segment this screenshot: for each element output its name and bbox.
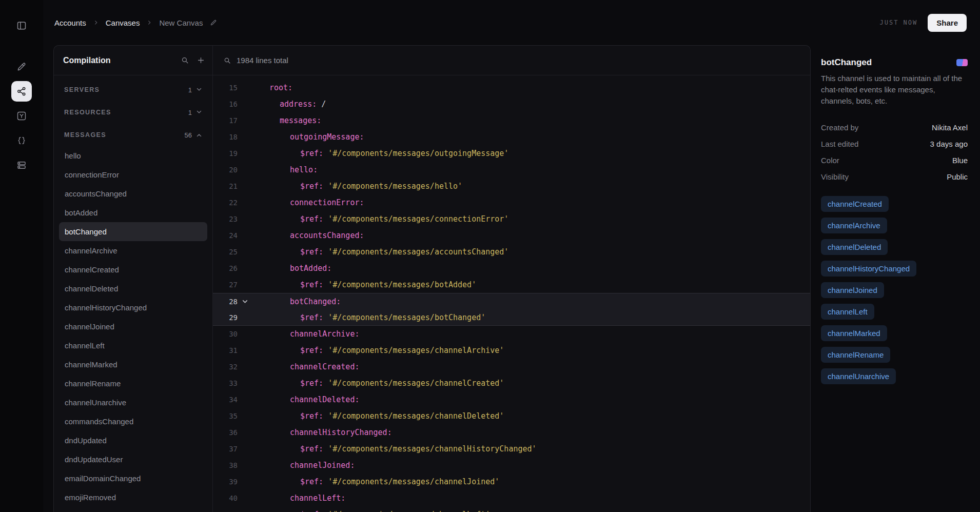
- code-line[interactable]: 40channelLeft:: [213, 490, 810, 506]
- message-item[interactable]: channelArchive: [59, 241, 207, 260]
- section-resources[interactable]: RESOURCES1: [59, 101, 207, 124]
- breadcrumb-accounts[interactable]: Accounts: [54, 18, 86, 27]
- code-line[interactable]: 34channelDeleted:: [213, 391, 810, 408]
- add-icon[interactable]: [197, 56, 205, 65]
- content-row: Compilation 1984 lines total: [43, 45, 980, 512]
- code-line[interactable]: 32channelCreated:: [213, 359, 810, 375]
- braces-icon[interactable]: [11, 130, 32, 151]
- code-line[interactable]: 33$ref: '#/components/messages/channelCr…: [213, 375, 810, 391]
- breadcrumb-canvases[interactable]: Canvases: [106, 18, 140, 27]
- code-text: $ref: '#/components/messages/channelDele…: [252, 411, 504, 421]
- panel-icon[interactable]: [11, 15, 32, 36]
- code-line[interactable]: 16address: /: [213, 96, 810, 112]
- meta-label: Created by: [821, 123, 858, 132]
- message-item[interactable]: botChanged: [59, 222, 207, 241]
- related-message-tag[interactable]: channelRename: [821, 347, 890, 363]
- details-title: botChanged: [821, 57, 872, 68]
- related-message-tag[interactable]: channelJoined: [821, 282, 884, 298]
- fold-caret-icon[interactable]: [238, 298, 252, 305]
- code-line[interactable]: 27$ref: '#/components/messages/botAdded': [213, 277, 810, 293]
- code-line[interactable]: 35$ref: '#/components/messages/channelDe…: [213, 408, 810, 424]
- message-item[interactable]: channelLeft: [59, 336, 207, 355]
- meta-row: Last edited3 days ago: [821, 135, 968, 152]
- related-message-tag[interactable]: channelArchive: [821, 218, 887, 233]
- code-line[interactable]: 22connectionError:: [213, 194, 810, 211]
- code-line[interactable]: 25$ref: '#/components/messages/accountsC…: [213, 244, 810, 260]
- code-text: channelCreated:: [252, 362, 359, 371]
- code-text: channelHistoryChanged:: [252, 428, 392, 437]
- line-number: 31: [213, 346, 238, 355]
- rail-tool-group: [11, 56, 32, 175]
- code-line[interactable]: 31$ref: '#/components/messages/channelAr…: [213, 342, 810, 359]
- code-line[interactable]: 39$ref: '#/components/messages/channelJo…: [213, 474, 810, 490]
- code-line[interactable]: 37$ref: '#/components/messages/channelHi…: [213, 441, 810, 457]
- yaml-icon[interactable]: [11, 106, 32, 126]
- chevron-down-icon: [196, 108, 202, 117]
- message-item[interactable]: dndUpdated: [59, 431, 207, 450]
- code-text: connectionError:: [252, 198, 364, 207]
- section-label: MESSAGES: [64, 131, 181, 139]
- code-text: channelArchive:: [252, 329, 359, 339]
- share-button[interactable]: Share: [928, 14, 967, 32]
- section-servers[interactable]: SERVERS1: [59, 78, 207, 101]
- code-line[interactable]: 20hello:: [213, 162, 810, 178]
- line-number: 19: [213, 149, 238, 157]
- line-number: 34: [213, 396, 238, 404]
- code-text: outgoingMessage:: [252, 132, 364, 142]
- related-message-tag[interactable]: channelLeft: [821, 304, 874, 320]
- section-messages[interactable]: MESSAGES56: [59, 124, 207, 146]
- code-line[interactable]: 29$ref: '#/components/messages/botChange…: [213, 309, 810, 326]
- message-item[interactable]: emojiRemoved: [59, 488, 207, 507]
- search-icon[interactable]: [181, 56, 189, 65]
- related-message-tag[interactable]: channelMarked: [821, 325, 887, 341]
- message-item[interactable]: emailDomainChanged: [59, 469, 207, 488]
- message-item[interactable]: channelMarked: [59, 355, 207, 374]
- section-label: RESOURCES: [64, 109, 184, 116]
- message-item[interactable]: channelDeleted: [59, 279, 207, 298]
- pen-icon[interactable]: [11, 56, 32, 77]
- related-message-tag[interactable]: channelUnarchive: [821, 368, 896, 384]
- code-line[interactable]: 18outgoingMessage:: [213, 129, 810, 145]
- message-item[interactable]: channelCreated: [59, 260, 207, 279]
- message-item[interactable]: accountsChanged: [59, 184, 207, 203]
- code-line[interactable]: 19$ref: '#/components/messages/outgoingM…: [213, 145, 810, 162]
- meta-label: Last edited: [821, 140, 858, 148]
- message-item[interactable]: connectionError: [59, 165, 207, 184]
- message-item[interactable]: channelRename: [59, 374, 207, 393]
- related-message-tag[interactable]: channelCreated: [821, 196, 889, 212]
- code-line[interactable]: 21$ref: '#/components/messages/hello': [213, 178, 810, 194]
- message-item[interactable]: channelHistoryChanged: [59, 298, 207, 317]
- code-line[interactable]: 24accountsChanged:: [213, 227, 810, 244]
- edit-title-icon[interactable]: [210, 19, 217, 26]
- related-message-tag[interactable]: channelHistoryChanged: [821, 261, 916, 277]
- code-line[interactable]: 28botChanged:: [213, 293, 810, 309]
- message-item[interactable]: channelJoined: [59, 317, 207, 336]
- message-item[interactable]: hello: [59, 146, 207, 165]
- code-line[interactable]: 26botAdded:: [213, 260, 810, 277]
- code-editor[interactable]: 15root:16address: /17messages:18outgoing…: [213, 75, 810, 512]
- code-line[interactable]: 17messages:: [213, 112, 810, 129]
- meta-value: 3 days ago: [930, 140, 968, 148]
- message-item[interactable]: botAdded: [59, 203, 207, 222]
- code-line[interactable]: 38channelJoined:: [213, 457, 810, 474]
- code-line[interactable]: 23$ref: '#/components/messages/connectio…: [213, 211, 810, 227]
- main-column: Accounts Canvases New Canvas JUST NOW Sh…: [43, 0, 980, 512]
- message-item[interactable]: commandsChanged: [59, 412, 207, 431]
- code-line[interactable]: 15root:: [213, 80, 810, 96]
- code-text: $ref: '#/components/messages/botChanged': [252, 313, 485, 322]
- message-item[interactable]: dndUpdatedUser: [59, 450, 207, 469]
- section-label: SERVERS: [64, 86, 184, 93]
- code-line[interactable]: 30channelArchive:: [213, 326, 810, 342]
- color-chip-icon[interactable]: [956, 59, 968, 66]
- editor-header: 1984 lines total: [213, 46, 810, 75]
- line-number: 30: [213, 330, 238, 338]
- search-icon[interactable]: [223, 56, 231, 65]
- line-number: 40: [213, 494, 238, 502]
- code-line[interactable]: 41$ref: '#/components/messages/channelLe…: [213, 506, 810, 512]
- related-message-tag[interactable]: channelDeleted: [821, 239, 888, 255]
- servers-icon[interactable]: [11, 155, 32, 175]
- meta-value: Blue: [952, 156, 968, 165]
- message-item[interactable]: channelUnarchive: [59, 393, 207, 412]
- nodes-icon[interactable]: [11, 81, 32, 102]
- code-line[interactable]: 36channelHistoryChanged:: [213, 424, 810, 441]
